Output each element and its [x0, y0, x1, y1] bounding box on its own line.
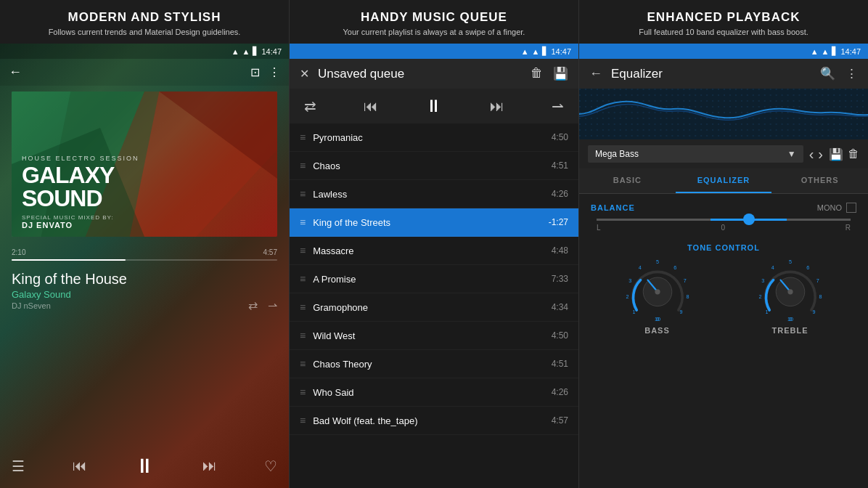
- eq-topbar: ← Equalizer 🔍 ⋮: [579, 59, 868, 89]
- album-mixby: SPECIAL MUSIC MIXED BY:: [22, 214, 267, 221]
- balance-track: [597, 219, 851, 221]
- repeat-icon[interactable]: ⇄: [248, 298, 258, 312]
- panel-modern-stylish: MODERN AND STYLISH Follows current trend…: [0, 0, 289, 488]
- eq-back-icon[interactable]: ←: [589, 66, 602, 81]
- queue-item-name-3: King of the Streets: [313, 217, 548, 228]
- eq-more-icon[interactable]: ⋮: [846, 66, 858, 81]
- balance-center: 0: [721, 224, 725, 232]
- next-button[interactable]: ⏭: [202, 458, 217, 474]
- treble-label: TREBLE: [772, 326, 808, 335]
- queue-item-9[interactable]: ≡ Who Said 4:26: [290, 378, 578, 407]
- svg-point-21: [655, 289, 660, 294]
- svg-text:5: 5: [789, 259, 792, 265]
- eq-waveform: [579, 89, 868, 139]
- queue-icon[interactable]: ☰: [12, 458, 25, 475]
- tab-equalizer[interactable]: EQUALIZER: [676, 168, 772, 193]
- queue-item-7[interactable]: ≡ Wild West 4:50: [290, 322, 578, 350]
- queue-save-icon[interactable]: 💾: [553, 66, 568, 81]
- bass-knob[interactable]: 0 1 2 3 4 5 6 7 8 9 10: [625, 258, 690, 323]
- panel1-body: ▲ ▲ ▋ 14:47 ← ⊡ ⋮: [0, 44, 289, 488]
- eq-tabs: BASIC EQUALIZER OTHERS: [579, 168, 868, 194]
- queue-drag-8: ≡: [300, 358, 304, 370]
- queue-item-2[interactable]: ≡ Lawless 4:26: [290, 180, 578, 208]
- queue-pause-button[interactable]: ⏸: [425, 96, 443, 116]
- panel3-title: ENHANCED PLAYBACK: [586, 10, 861, 25]
- treble-knob[interactable]: 0 1 2 3 4 5 6 7 8 9 10: [758, 258, 823, 323]
- signal-icon-3: ▲: [822, 47, 830, 56]
- eq-preset-nav: ‹ ›: [809, 147, 823, 161]
- svg-text:3: 3: [629, 277, 631, 284]
- eq-preset-arrow: ▼: [787, 149, 796, 159]
- queue-topbar: ✕ Unsaved queue 🗑 💾: [290, 59, 578, 89]
- eq-preset-name: Mega Bass: [595, 149, 639, 159]
- svg-text:7: 7: [816, 277, 819, 284]
- wifi-icon-3: ▲: [811, 47, 819, 56]
- queue-item-5[interactable]: ≡ A Promise 7:33: [290, 265, 578, 293]
- queue-next-button[interactable]: ⏭: [490, 98, 504, 115]
- panel2-body: ▲ ▲ ▋ 14:47 ✕ Unsaved queue 🗑 💾 ⇄ ⏮ ⏸ ⏭: [290, 44, 578, 488]
- queue-prev-button[interactable]: ⏮: [364, 98, 378, 115]
- heart-icon[interactable]: ♡: [264, 458, 277, 475]
- eq-preset-bar: Mega Bass ▼ ‹ › 💾 🗑: [579, 139, 868, 168]
- queue-delete-icon[interactable]: 🗑: [531, 66, 543, 81]
- eq-balance-header: BALANCE MONO: [591, 203, 856, 213]
- eq-mono-label: MONO: [817, 203, 856, 213]
- queue-item-time-9: 4:26: [552, 387, 568, 397]
- queue-list: ≡ Pyromaniac 4:50 ≡ Chaos 4:51 ≡ Lawless…: [290, 123, 578, 488]
- eq-save-icon[interactable]: 💾: [829, 147, 843, 161]
- pause-button[interactable]: ⏸: [134, 454, 155, 478]
- album-subtitle: HOUSE ELECTRO SESSION: [22, 155, 267, 162]
- queue-item-time-4: 4:48: [552, 245, 568, 256]
- queue-item-8[interactable]: ≡ Chaos Theory 4:51: [290, 350, 578, 378]
- queue-item-6[interactable]: ≡ Gramophone 4:34: [290, 293, 578, 322]
- eq-preset-prev[interactable]: ‹: [809, 147, 814, 161]
- svg-point-35: [787, 289, 793, 294]
- queue-item-time-6: 4:34: [552, 302, 568, 312]
- queue-drag-1: ≡: [300, 160, 304, 171]
- queue-item-10[interactable]: ≡ Bad Wolf (feat. the_tape) 4:57: [290, 407, 578, 435]
- eq-delete-icon[interactable]: 🗑: [848, 147, 859, 161]
- queue-item-0[interactable]: ≡ Pyromaniac 4:50: [290, 123, 578, 152]
- queue-drag-4: ≡: [300, 245, 304, 256]
- balance-slider[interactable]: L 0 R: [591, 219, 856, 232]
- queue-item-1[interactable]: ≡ Chaos 4:51: [290, 152, 578, 180]
- eq-topbar-icons: 🔍 ⋮: [820, 66, 858, 81]
- prev-button[interactable]: ⏮: [73, 458, 87, 474]
- back-icon[interactable]: ←: [9, 65, 22, 80]
- shuffle-icon[interactable]: ⇀: [268, 298, 277, 312]
- tab-others[interactable]: OTHERS: [771, 168, 868, 193]
- panel1-subtitle: Follows current trends and Material Desi…: [7, 28, 282, 36]
- eq-search-icon[interactable]: 🔍: [820, 66, 835, 81]
- queue-repeat-icon[interactable]: ⇄: [304, 97, 316, 115]
- queue-drag-7: ≡: [300, 330, 304, 341]
- eq-preset-dropdown[interactable]: Mega Bass ▼: [588, 145, 803, 163]
- eq-preset-next[interactable]: ›: [818, 147, 823, 161]
- queue-drag-2: ≡: [300, 188, 304, 200]
- eq-balance-section: BALANCE MONO L 0 R: [579, 194, 868, 237]
- balance-labels: L 0 R: [597, 224, 851, 232]
- progress-bar[interactable]: [12, 259, 277, 261]
- queue-item-4[interactable]: ≡ Massacre 4:48: [290, 237, 578, 265]
- svg-text:4: 4: [771, 264, 774, 271]
- queue-topbar-icons: 🗑 💾: [531, 66, 568, 81]
- queue-item-3[interactable]: ≡ King of the Streets -1:27: [290, 208, 578, 237]
- more-icon[interactable]: ⋮: [269, 65, 280, 79]
- queue-item-name-10: Bad Wolf (feat. the_tape): [313, 415, 551, 426]
- panel-music-queue: HANDY MUSIC QUEUE Your current playlist …: [290, 0, 578, 488]
- queue-shuffle-icon[interactable]: ⇀: [552, 97, 564, 115]
- album-cover: HOUSE ELECTRO SESSION GALAXY SOUND SPECI…: [12, 92, 277, 237]
- eq-mono-checkbox[interactable]: [846, 203, 856, 213]
- tone-section: TONE CONTROL 0 1 2 3 4 5 6 7: [579, 237, 868, 488]
- treble-knob-wrapper: 0 1 2 3 4 5 6 7 8 9 10: [758, 258, 823, 335]
- balance-thumb: [743, 214, 755, 225]
- queue-item-name-4: Massacre: [313, 245, 551, 256]
- queue-item-time-3: -1:27: [549, 217, 568, 227]
- battery-icon-3: ▋: [832, 46, 838, 56]
- time-current: 2:10: [12, 248, 25, 256]
- queue-item-time-8: 4:51: [552, 359, 568, 369]
- cast-icon[interactable]: ⊡: [250, 65, 260, 79]
- tab-basic[interactable]: BASIC: [579, 168, 676, 193]
- queue-close-icon[interactable]: ✕: [300, 67, 309, 81]
- queue-item-name-7: Wild West: [313, 330, 551, 341]
- queue-drag-0: ≡: [300, 131, 304, 143]
